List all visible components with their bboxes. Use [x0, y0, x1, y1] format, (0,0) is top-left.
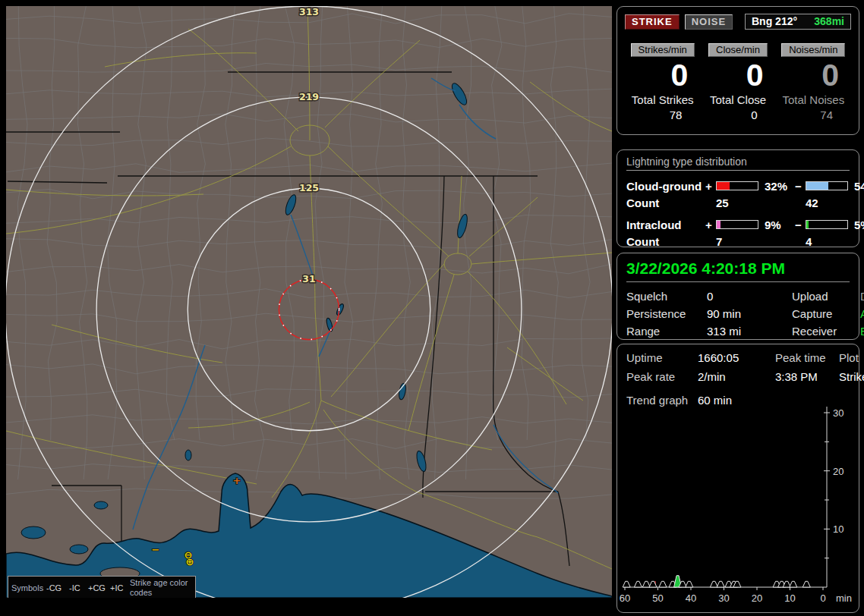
- minus-sign: −: [795, 180, 806, 193]
- ic-negative-count: 4: [806, 235, 850, 248]
- trend-graph: 1020306050403020100min: [617, 398, 859, 612]
- cg-positive-count: 25: [716, 196, 760, 209]
- legend-col-neg-ic: -IC: [69, 583, 88, 593]
- intracloud-label: Intracloud: [626, 218, 705, 231]
- close-per-min-value: 0: [700, 59, 775, 91]
- range-value: 313 mi: [707, 325, 792, 338]
- strike-symbol--IC: −: [152, 544, 160, 555]
- count-label: Count: [626, 235, 705, 248]
- total-strikes-label: Total Strikes: [625, 93, 700, 106]
- total-close-value: 0: [700, 108, 775, 121]
- strike-button[interactable]: STRIKE: [625, 14, 680, 30]
- map-area[interactable]: 31321912531 +−⊖⊕ Symbols -CG -IC +CG +IC…: [6, 6, 612, 598]
- range-label: Range: [626, 325, 707, 338]
- cloud-ground-count-row: Count 25 42: [626, 194, 850, 211]
- stats-trend-panel: Uptime 1660:05 Peak time Plot Peak rate …: [616, 344, 859, 613]
- application-window: 31321912531 +−⊖⊕ Symbols -CG -IC +CG +IC…: [0, 0, 864, 616]
- svg-text:40: 40: [686, 592, 696, 604]
- intracloud-count-row: Count 7 4: [626, 233, 850, 250]
- cloud-ground-label: Cloud-ground: [626, 180, 705, 193]
- distribution-title: Lightning type distribution: [626, 156, 850, 171]
- map-legend: Symbols -CG -IC +CG +IC Strike age color…: [8, 576, 196, 598]
- legend-age-header: Strike age color codes: [130, 578, 202, 598]
- total-close-label: Total Close: [700, 93, 775, 106]
- map-svg: 31321912531 +−⊖⊕: [6, 6, 612, 598]
- persistence-label: Persistence: [626, 307, 707, 320]
- plus-sign: +: [705, 218, 716, 231]
- close-per-min-button[interactable]: Close/min: [708, 43, 768, 57]
- svg-text:30: 30: [833, 407, 844, 419]
- svg-text:30: 30: [718, 592, 729, 604]
- noise-button[interactable]: NOISE: [685, 14, 733, 30]
- datetime-display: 3/22/2026 4:20:18 PM: [626, 259, 850, 282]
- capture-value: Active: [860, 307, 864, 320]
- count-label: Count: [626, 196, 705, 209]
- cg-positive-bar: [716, 181, 758, 190]
- squelch-label: Squelch: [626, 290, 707, 303]
- strikes-per-min-value: 0: [625, 59, 700, 91]
- svg-text:0: 0: [820, 592, 825, 604]
- strike-symbol-+CG: ⊕: [186, 556, 194, 567]
- counter-panel: STRIKE NOISE Bng 212° 368mi Strikes/min …: [616, 6, 859, 135]
- strikes-per-min-button[interactable]: Strikes/min: [631, 43, 695, 57]
- svg-text:313: 313: [299, 6, 319, 17]
- ic-positive-pct: 9%: [760, 218, 795, 231]
- total-strikes-value: 78: [625, 108, 700, 121]
- peak-rate-value: 2/min: [698, 370, 775, 383]
- squelch-value: 0: [707, 290, 792, 303]
- svg-text:min: min: [836, 592, 852, 604]
- svg-text:10: 10: [833, 523, 844, 535]
- svg-text:31: 31: [302, 273, 315, 284]
- uptime-value: 1660:05: [698, 351, 775, 364]
- receiver-label: Receiver: [792, 325, 860, 338]
- legend-col-pos-ic: +IC: [110, 583, 130, 593]
- noises-column: Noises/min 0 Total Noises 74: [776, 42, 851, 121]
- upload-value: Disabled: [860, 290, 864, 303]
- strike-symbol-+IC: +: [233, 475, 241, 486]
- capture-label: Capture: [792, 307, 860, 320]
- intracloud-row: Intracloud + 9% − 5%: [626, 216, 850, 233]
- bearing-distance: 368mi: [814, 15, 844, 27]
- svg-text:20: 20: [833, 466, 844, 477]
- uptime-label: Uptime: [626, 351, 698, 364]
- noises-per-min-button[interactable]: Noises/min: [781, 43, 845, 57]
- peak-time-label: Peak time: [775, 351, 839, 364]
- bearing-label: Bng 212°: [752, 15, 797, 27]
- distribution-panel: Lightning type distribution Cloud-ground…: [616, 149, 859, 247]
- plot-label: Plot: [839, 351, 864, 364]
- svg-text:10: 10: [784, 592, 795, 604]
- cg-negative-count: 42: [806, 196, 850, 209]
- svg-text:219: 219: [299, 91, 319, 102]
- svg-text:60: 60: [620, 592, 630, 604]
- peak-rate-label: Peak rate: [626, 370, 698, 383]
- cg-negative-bar: [806, 181, 848, 190]
- cloud-ground-row: Cloud-ground + 32% − 54%: [626, 178, 850, 194]
- upload-label: Upload: [792, 290, 860, 303]
- plot-value: Strike: [839, 370, 864, 383]
- receiver-value: Enabled: [860, 325, 864, 338]
- minus-sign: −: [795, 218, 806, 231]
- total-noises-label: Total Noises: [776, 93, 851, 106]
- ic-positive-bar: [716, 220, 758, 229]
- ic-positive-count: 7: [716, 235, 760, 248]
- total-noises-value: 74: [776, 108, 851, 121]
- legend-symbols-header: Symbols: [11, 583, 46, 593]
- clock-status-panel: 3/22/2026 4:20:18 PM Squelch 0 Upload Di…: [616, 253, 859, 340]
- ic-negative-bar: [806, 220, 848, 229]
- cg-negative-pct: 54%: [850, 180, 864, 193]
- peak-time-value: 3:38 PM: [775, 370, 839, 383]
- svg-text:20: 20: [752, 592, 762, 604]
- svg-text:50: 50: [652, 592, 663, 604]
- strikes-column: Strikes/min 0 Total Strikes 78: [625, 42, 700, 121]
- bearing-readout: Bng 212° 368mi: [745, 14, 851, 30]
- noises-per-min-value: 0: [776, 59, 851, 91]
- cg-positive-pct: 32%: [760, 180, 795, 193]
- svg-text:125: 125: [299, 182, 319, 193]
- persistence-value: 90 min: [707, 307, 792, 320]
- close-column: Close/min 0 Total Close 0: [700, 42, 775, 121]
- legend-col-pos-cg: +CG: [88, 583, 110, 593]
- legend-col-neg-cg: -CG: [46, 583, 69, 593]
- plus-sign: +: [705, 180, 716, 193]
- ic-negative-pct: 5%: [850, 218, 864, 231]
